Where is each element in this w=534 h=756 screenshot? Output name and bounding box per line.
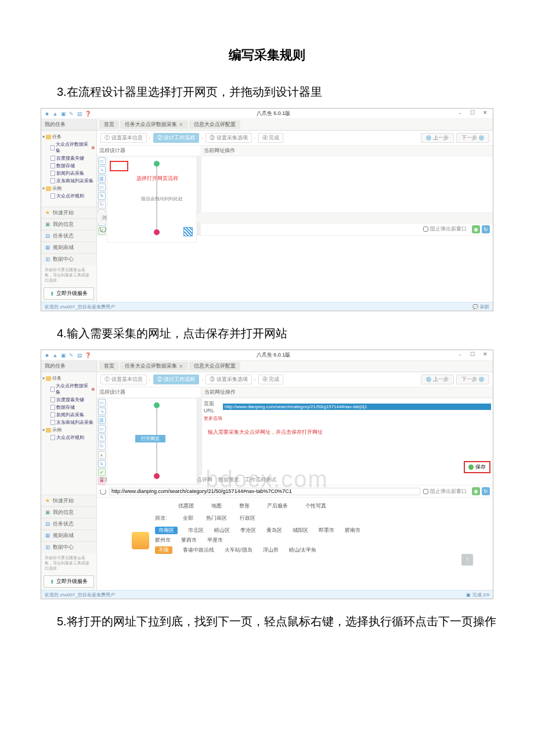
tool-open-page-icon[interactable]: ▭ xyxy=(98,157,106,165)
district-link[interactable]: 胶南市 xyxy=(345,527,360,534)
tree-item[interactable]: 大众点评数据采集⊗ xyxy=(42,382,95,396)
next-step-button[interactable]: 下一步 xyxy=(456,375,489,384)
hot-link[interactable]: 浮山所 xyxy=(263,546,279,554)
tree-item[interactable]: 京东商城列表采集 xyxy=(42,419,95,426)
tool-branch-icon[interactable]: ↳ xyxy=(98,460,106,467)
nav-link[interactable]: 个性写真 xyxy=(305,502,326,510)
tool-click-icon[interactable]: ↘ xyxy=(98,408,106,415)
flow-canvas[interactable]: 选择打开网页流程 随后会拖动到到此处 xyxy=(107,157,197,243)
globe-icon[interactable]: ◉ xyxy=(472,487,480,495)
wizard-step-2[interactable]: ② 设计工作流程 xyxy=(153,375,200,384)
tab-home[interactable]: 首页 xyxy=(99,120,119,129)
district-link[interactable]: 黄岛区 xyxy=(266,527,282,534)
data-center-button[interactable]: ▥数据中心 xyxy=(41,541,96,553)
tool-click-icon[interactable]: ↘ xyxy=(98,166,106,174)
prev-step-button[interactable]: 上一步 xyxy=(421,133,454,143)
url-input[interactable] xyxy=(223,404,491,410)
refresh-blue-icon[interactable]: ↻ xyxy=(482,225,490,233)
tree-item[interactable]: 百度搜索关键 xyxy=(42,396,95,404)
tree-group[interactable]: ▾示例 xyxy=(42,185,95,192)
tree-item[interactable]: 大众点评规则 xyxy=(42,434,95,441)
quick-start-button[interactable]: ★快速开始 xyxy=(41,207,96,218)
tree-item[interactable]: 数据存储 xyxy=(42,162,95,170)
rule-market-button[interactable]: ▦规则商城 xyxy=(41,530,96,541)
upgrade-button[interactable]: ⬆立即升级服务 xyxy=(44,575,94,588)
my-info-button[interactable]: ▣我的信息 xyxy=(41,218,96,230)
nav-link[interactable]: 地图 xyxy=(211,502,222,510)
tool-input-icon[interactable]: ✎ xyxy=(98,434,106,441)
quick-start-button[interactable]: ★快速开始 xyxy=(41,495,96,506)
save-button[interactable]: 保存 xyxy=(464,461,490,473)
district-link[interactable]: 即墨市 xyxy=(319,527,334,534)
tab-info[interactable]: 信息大众点评配置 xyxy=(189,362,240,370)
tree-item[interactable]: 新闻列表采集 xyxy=(42,170,95,177)
close-button[interactable]: ✕ xyxy=(481,351,489,359)
prev-step-button[interactable]: 上一步 xyxy=(421,375,454,384)
tb-icon[interactable]: ❓ xyxy=(84,110,91,117)
tb-icon[interactable]: ▲ xyxy=(52,352,59,359)
tree-group[interactable]: ▾示例 xyxy=(42,426,95,434)
tab-task[interactable]: 任务大众点评数据采集✕ xyxy=(120,362,188,370)
max-button[interactable]: ☐ xyxy=(468,110,477,117)
close-icon[interactable]: ✕ xyxy=(179,363,183,369)
filter-link[interactable]: 行政区 xyxy=(240,514,255,522)
rule-market-button[interactable]: ▦规则商城 xyxy=(41,242,96,253)
district-link[interactable]: 崂山区 xyxy=(214,527,230,534)
filter-link[interactable]: 全部 xyxy=(183,514,193,522)
task-status-button[interactable]: ▤任务状态 xyxy=(41,518,96,530)
start-node[interactable] xyxy=(154,161,160,167)
more-options-link[interactable]: 更多选项 xyxy=(204,415,222,422)
tool-loop-icon[interactable]: ▥ xyxy=(98,175,106,182)
tree-item[interactable]: 新闻列表采集 xyxy=(42,411,95,419)
tool-switch-icon[interactable]: ↻ xyxy=(98,442,106,450)
browser-view[interactable]: 优惠团 地图 整形 产后服务 个性写真 频道: 全部 热门商区 行政区 xyxy=(97,498,493,590)
refresh-icon[interactable] xyxy=(100,226,106,232)
close-icon[interactable]: ✕ xyxy=(179,122,183,128)
district-link[interactable]: 李沧区 xyxy=(240,527,256,534)
block-popup-checkbox[interactable]: 阻止弹出新窗口 xyxy=(423,225,467,233)
tool-open-page-icon[interactable]: ▭ xyxy=(98,399,106,406)
hot-tag-active[interactable]: 不限 xyxy=(155,546,172,554)
wizard-step-3[interactable]: ③ 设置采集选项 xyxy=(205,375,252,384)
tab-home[interactable]: 首页 xyxy=(99,362,119,370)
tree-item[interactable]: 京东商城列表采集 xyxy=(42,177,95,185)
tab-info[interactable]: 信息大众点评配置 xyxy=(189,120,240,129)
min-button[interactable]: － xyxy=(456,110,464,117)
close-button[interactable]: ✕ xyxy=(481,110,489,117)
filter-link[interactable]: 热门商区 xyxy=(206,514,227,522)
tool-condition-icon[interactable]: ▲ xyxy=(98,451,106,459)
back-to-top-button[interactable]: ↑ xyxy=(461,554,473,566)
wizard-step-4[interactable]: ④ 完成 xyxy=(258,375,284,384)
globe-icon[interactable]: ◉ xyxy=(472,225,480,233)
tree-item[interactable]: 大众点评数据采集⊗ xyxy=(42,141,95,154)
tree-root[interactable]: ▾任务 xyxy=(42,133,95,141)
wizard-step-1[interactable]: ① 设置基本信息 xyxy=(100,133,147,143)
tb-icon[interactable]: ✎ xyxy=(68,110,75,117)
wizard-step-2[interactable]: ② 设计工作流程 xyxy=(153,133,200,143)
tool-extract-icon[interactable]: ▭ xyxy=(98,425,106,433)
tool-switch-icon[interactable]: ↻ xyxy=(98,201,106,208)
block-popup-checkbox[interactable]: 阻止弹出新窗口 xyxy=(423,488,467,495)
data-center-button[interactable]: ▥数据中心 xyxy=(41,253,96,265)
end-node[interactable] xyxy=(154,229,160,235)
district-link[interactable]: 市北区 xyxy=(188,527,204,534)
district-link[interactable]: 城阳区 xyxy=(293,527,308,534)
district-link[interactable]: 平度市 xyxy=(207,537,223,544)
hot-link[interactable]: 香港中路沿线 xyxy=(183,546,214,554)
tree-item[interactable]: 大众点评规则 xyxy=(42,192,95,200)
tb-icon[interactable]: ✎ xyxy=(68,352,75,359)
canvas-scroll-y[interactable] xyxy=(197,398,201,485)
tree-item[interactable]: 数据存储 xyxy=(42,404,95,411)
nav-link[interactable]: 整形 xyxy=(239,502,250,510)
open-page-node[interactable]: 打开网页 xyxy=(135,435,165,442)
my-info-button[interactable]: ▣我的信息 xyxy=(41,506,96,518)
tree-item[interactable]: 百度搜索关键 xyxy=(42,154,95,162)
district-link[interactable]: 莱西市 xyxy=(181,537,197,544)
nav-link[interactable]: 产后服务 xyxy=(267,502,288,510)
wizard-step-1[interactable]: ① 设置基本信息 xyxy=(100,375,147,384)
nav-link[interactable]: 优惠团 xyxy=(178,502,194,510)
chat-icon[interactable]: 💬 xyxy=(472,304,478,309)
tb-icon[interactable]: ■ xyxy=(44,110,50,117)
district-tag-active[interactable]: 市南区 xyxy=(155,527,178,534)
status-retry[interactable]: 刷新 xyxy=(480,304,489,310)
